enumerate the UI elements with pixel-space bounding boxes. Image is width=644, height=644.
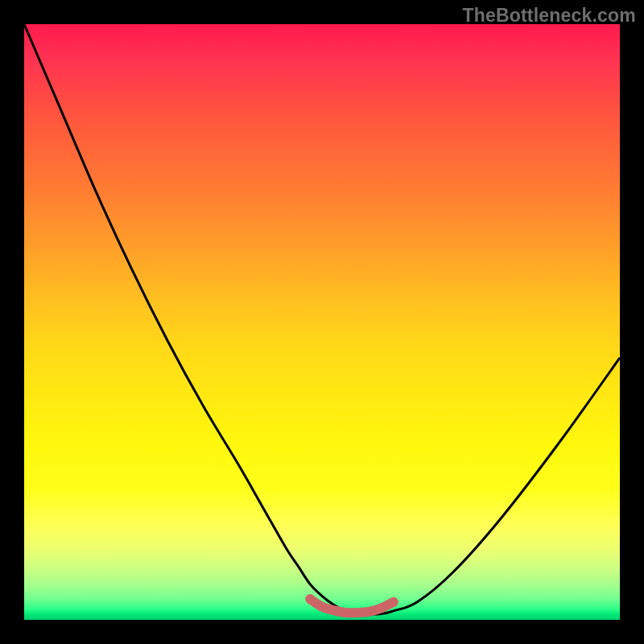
curve-overlay bbox=[24, 24, 620, 620]
bottleneck-curve bbox=[24, 24, 620, 614]
highlight-band bbox=[310, 599, 394, 613]
plot-area bbox=[24, 24, 620, 620]
watermark-text: TheBottleneck.com bbox=[462, 5, 636, 27]
chart-container: TheBottleneck.com bbox=[0, 0, 644, 644]
